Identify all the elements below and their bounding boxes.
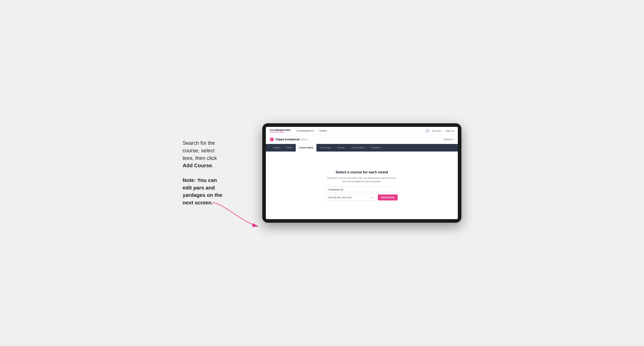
section-description: Search for a course and select a tee. Yo… <box>326 176 398 183</box>
course-search-input[interactable] <box>326 186 398 193</box>
user-label: Test User <box>432 130 441 132</box>
tournament-icon: C <box>270 137 274 141</box>
brand-tagline: Powered by clippd <box>270 132 290 133</box>
tab-bar: Details Teams Course Setup Tee Groups Re… <box>266 144 458 152</box>
tab-printables[interactable]: Printables <box>368 144 384 152</box>
note-line4: next screen. <box>182 200 213 206</box>
sign-out-link[interactable]: Sign out <box>446 130 454 132</box>
nav-separator: | <box>443 130 444 132</box>
tab-teams[interactable]: Teams <box>283 144 296 152</box>
top-nav: SCOREBOARD Powered by clippd TOURNAMENTS… <box>266 127 458 135</box>
annotation-text: Search for the course, select tees, then… <box>182 139 250 170</box>
annotation-note: Note: You can edit pars and yardages on … <box>182 176 250 207</box>
tee-select[interactable]: Gold (M) (M) (7010 yds) <box>326 194 376 200</box>
tee-select-wrapper: Gold (M) (M) (7010 yds) ✕ ⌄ <box>326 194 376 200</box>
tablet-screen: SCOREBOARD Powered by clippd TOURNAMENTS… <box>266 127 458 219</box>
tab-tee-groups[interactable]: Tee Groups <box>316 144 334 152</box>
annotation-line1: Search for the <box>182 140 215 146</box>
annotation-line2: course, select <box>182 148 214 154</box>
tab-course-setup[interactable]: Course Setup <box>296 144 316 152</box>
tab-details[interactable]: Details <box>270 144 283 152</box>
top-nav-links: TOURNAMENTS TEAMS <box>296 130 327 132</box>
tab-leaderboards[interactable]: Leaderboards <box>348 144 368 152</box>
tab-results[interactable]: Results <box>334 144 348 152</box>
cancel-button[interactable]: Cancel ✕ <box>444 138 454 141</box>
top-nav-left: SCOREBOARD Powered by clippd TOURNAMENTS… <box>270 129 327 133</box>
annotation-bold: Add Course <box>182 163 212 169</box>
add-course-button[interactable]: Add Course <box>378 194 398 200</box>
page-wrapper: Search for the course, select tees, then… <box>182 123 462 223</box>
note-line3: yardages on the <box>182 192 222 198</box>
note-line2: edit pars and <box>182 185 215 191</box>
main-content: Select a course for each round Search fo… <box>266 152 458 219</box>
nav-teams[interactable]: TEAMS <box>319 130 327 132</box>
nav-tournaments[interactable]: TOURNAMENTS <box>296 130 314 132</box>
tournament-type: (Men) <box>301 138 307 141</box>
section-title: Select a course for each round <box>326 170 398 174</box>
tee-select-icons: ✕ ⌄ <box>371 196 375 199</box>
course-select-section: Select a course for each round Search fo… <box>326 170 398 200</box>
note-line1: Note: You can <box>182 177 217 183</box>
brand-logo: SCOREBOARD Powered by clippd <box>270 129 290 133</box>
left-annotation-panel: Search for the course, select tees, then… <box>182 139 250 207</box>
user-avatar: T <box>425 129 430 133</box>
annotation-line3: tees, then click <box>182 155 217 161</box>
tablet-frame: SCOREBOARD Powered by clippd TOURNAMENTS… <box>262 123 462 223</box>
tournament-header: C Clippd Invitational (Men) Cancel ✕ <box>266 135 458 144</box>
tournament-name: Clippd Invitational <box>276 138 300 141</box>
tee-select-row: Gold (M) (M) (7010 yds) ✕ ⌄ Add Course <box>326 194 398 200</box>
top-nav-right: T Test User | Sign out <box>425 129 454 133</box>
tournament-title-area: C Clippd Invitational (Men) <box>270 137 308 141</box>
clear-icon[interactable]: ✕ <box>371 196 372 199</box>
chevron-icon: ⌄ <box>373 196 375 199</box>
